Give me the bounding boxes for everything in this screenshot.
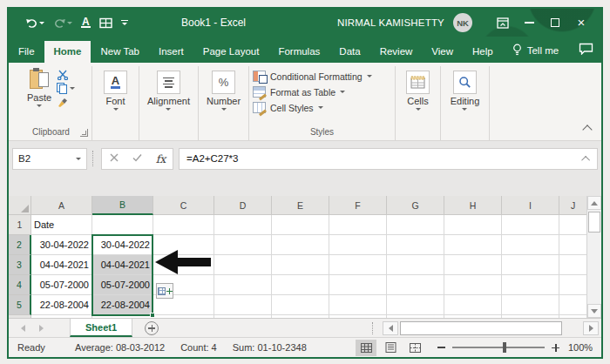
alignment-dropdown-caret[interactable] (166, 108, 171, 111)
column-header-J[interactable]: J (559, 196, 586, 215)
tab-view[interactable]: View (422, 41, 463, 63)
normal-view-button[interactable] (356, 340, 376, 356)
copy-button[interactable] (57, 83, 75, 94)
format-as-table-button[interactable]: Format as Table (251, 84, 347, 99)
account-user-name[interactable]: NIRMAL KAMISHETTY (337, 17, 444, 28)
cell-J3[interactable] (559, 255, 586, 275)
cell-G6[interactable] (387, 315, 444, 318)
tab-file[interactable]: File (9, 41, 44, 63)
expand-formula-bar-caret[interactable] (581, 155, 590, 164)
page-layout-view-button[interactable] (380, 340, 401, 356)
scroll-down-button[interactable] (587, 304, 601, 318)
cell-J2[interactable] (559, 235, 586, 255)
vertical-scrollbar[interactable] (586, 196, 601, 318)
account-avatar[interactable]: NK (453, 13, 472, 32)
cell-E3[interactable] (272, 255, 329, 275)
format-painter-button[interactable] (57, 97, 75, 108)
auto-fill-options-button[interactable] (156, 283, 173, 299)
cell-I1[interactable] (502, 215, 559, 235)
tab-insert[interactable]: Insert (149, 41, 193, 63)
cell-F5[interactable] (329, 295, 387, 315)
cell-H4[interactable] (444, 275, 502, 295)
cell-B1[interactable] (92, 215, 153, 235)
column-header-E[interactable]: E (272, 196, 329, 215)
comments-button[interactable] (568, 37, 604, 63)
column-header-I[interactable]: I (502, 196, 559, 215)
cell-H5[interactable] (444, 295, 502, 315)
tab-formulas[interactable]: Formulas (268, 41, 329, 63)
page-break-preview-button[interactable] (404, 340, 425, 356)
cells-button[interactable]: Cells (406, 68, 430, 111)
cell-C2[interactable] (153, 235, 214, 255)
cell-E1[interactable] (272, 215, 329, 235)
cell-D3[interactable] (214, 255, 272, 275)
cell-E6[interactable] (272, 315, 329, 318)
cell-C3[interactable] (153, 255, 214, 275)
cell-D2[interactable] (214, 235, 272, 255)
cut-button[interactable] (57, 70, 75, 80)
paste-dropdown-caret[interactable] (37, 104, 42, 107)
cell-F3[interactable] (329, 255, 387, 275)
cell-J1[interactable] (559, 215, 586, 235)
number-dropdown-caret[interactable] (221, 108, 227, 111)
cell-B3[interactable]: 04-04-2021 (92, 255, 153, 275)
cells-dropdown-caret[interactable] (416, 108, 421, 111)
cell-H2[interactable] (444, 235, 502, 255)
horizontal-scrollbar[interactable] (400, 321, 581, 335)
cell-E5[interactable] (272, 295, 329, 315)
cell-C1[interactable] (153, 215, 214, 235)
scroll-right-button[interactable] (583, 321, 599, 335)
borders-button[interactable] (97, 16, 115, 30)
cell-H3[interactable] (444, 255, 502, 275)
alignment-button[interactable]: Alignment (147, 68, 190, 111)
column-header-G[interactable]: G (387, 196, 444, 215)
next-sheet-button[interactable] (39, 325, 44, 332)
tab-new-tab[interactable]: New Tab (91, 41, 149, 63)
column-header-F[interactable]: F (329, 196, 387, 215)
cell-A6[interactable] (31, 315, 92, 318)
cell-H1[interactable] (444, 215, 502, 235)
column-header-B[interactable]: B (92, 196, 153, 215)
cell-I2[interactable] (502, 235, 559, 255)
cell-F1[interactable] (329, 215, 387, 235)
zoom-level[interactable]: 100% (568, 342, 601, 353)
row-header-5[interactable]: 5 (9, 295, 31, 315)
cell-E2[interactable] (272, 235, 329, 255)
cell-I5[interactable] (502, 295, 559, 315)
name-box-caret[interactable] (76, 158, 81, 160)
maximize-button[interactable] (542, 12, 568, 33)
cell-F6[interactable] (329, 315, 387, 318)
column-header-H[interactable]: H (444, 196, 502, 215)
zoom-slider[interactable] (452, 347, 545, 348)
row-header-2[interactable]: 2 (9, 235, 31, 255)
cell-J4[interactable] (559, 275, 586, 295)
cell-J5[interactable] (559, 295, 586, 315)
horizontal-scroll-thumb[interactable] (400, 321, 562, 335)
previous-sheet-button[interactable] (21, 325, 25, 332)
cell-F2[interactable] (329, 235, 387, 255)
new-sheet-button[interactable] (145, 321, 159, 335)
enter-formula-button[interactable] (125, 152, 149, 165)
clipboard-dialog-launcher[interactable] (80, 129, 88, 137)
zoom-in-button[interactable] (552, 344, 559, 352)
zoom-slider-handle[interactable] (503, 342, 506, 353)
cell-I3[interactable] (502, 255, 559, 275)
cell-E4[interactable] (272, 275, 329, 295)
paste-button[interactable]: Paste (27, 68, 51, 107)
row-header-4[interactable]: 4 (9, 275, 31, 295)
cell-J6[interactable] (559, 315, 586, 318)
scroll-up-button[interactable] (587, 196, 601, 210)
conditional-formatting-button[interactable]: Conditional Formatting (251, 69, 374, 84)
cell-A1[interactable]: Date (31, 215, 92, 235)
sheet-bar-divider[interactable] (372, 322, 376, 334)
editing-dropdown-caret[interactable] (462, 108, 467, 111)
cell-A3[interactable]: 04-04-2021 (31, 255, 92, 275)
cell-G3[interactable] (387, 255, 444, 275)
scroll-left-button[interactable] (383, 321, 398, 335)
font-dropdown-caret[interactable] (113, 108, 119, 111)
cell-I6[interactable] (502, 315, 559, 318)
name-box[interactable]: B2 (12, 148, 87, 170)
ribbon-display-options-button[interactable] (490, 12, 516, 33)
editing-button[interactable]: Editing (451, 68, 480, 111)
cell-B2[interactable]: 30-04-2022 (92, 235, 153, 255)
